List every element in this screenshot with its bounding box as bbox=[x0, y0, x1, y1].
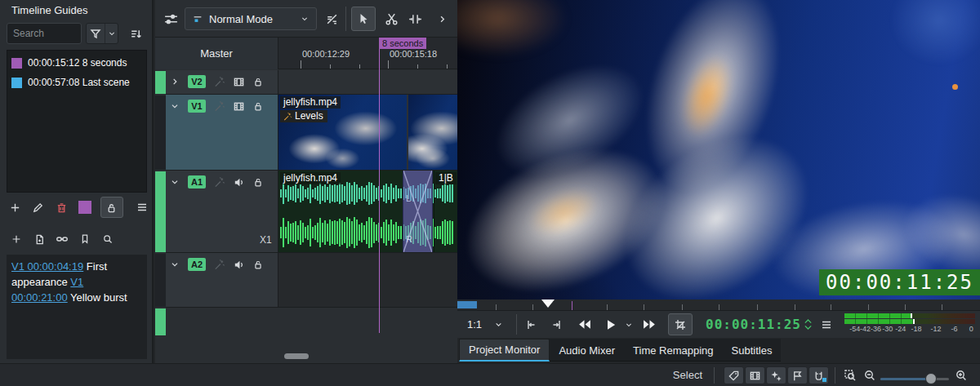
chevron-down-icon[interactable] bbox=[169, 176, 180, 188]
chevron-down-icon[interactable] bbox=[169, 100, 180, 112]
search-notes-button[interactable] bbox=[96, 229, 119, 249]
clip-effect-badge[interactable]: Levels bbox=[280, 110, 327, 122]
track-a2-lane[interactable] bbox=[278, 253, 457, 308]
track-a2[interactable]: A2 bbox=[155, 253, 457, 308]
project-notes[interactable]: V1 00:00:04:19 First appearance V1 00:00… bbox=[7, 255, 147, 359]
playhead-marker[interactable] bbox=[541, 299, 555, 308]
selection-tool-button[interactable] bbox=[351, 7, 376, 31]
show-flags-button[interactable] bbox=[787, 366, 808, 384]
filter-dropdown-arrow[interactable] bbox=[105, 24, 118, 43]
timeline-zoom-slider[interactable] bbox=[880, 378, 949, 380]
track-v2-lane[interactable] bbox=[278, 70, 457, 95]
track-badge[interactable]: A1 bbox=[188, 175, 206, 189]
lock-icon[interactable] bbox=[252, 100, 264, 112]
audio-crossfade-mix[interactable]: L R bbox=[403, 171, 433, 252]
zoom-out-button[interactable] bbox=[861, 367, 879, 384]
guide-marker-flag[interactable]: 8 seconds bbox=[379, 38, 426, 49]
track-header-a1[interactable]: A1 X1 bbox=[166, 171, 278, 253]
track-target-indicator[interactable] bbox=[155, 308, 166, 335]
toolbar-overflow-button[interactable] bbox=[430, 7, 454, 31]
guides-menu-button[interactable] bbox=[130, 197, 154, 218]
effects-wand-icon[interactable] bbox=[213, 76, 225, 88]
note-timecode-link[interactable]: V1 00:00:04:19 bbox=[11, 260, 83, 273]
zone-mode-button[interactable] bbox=[668, 313, 693, 335]
bookmark-note-button[interactable] bbox=[74, 229, 96, 249]
lock-icon[interactable] bbox=[252, 259, 264, 270]
split-audio-video-button[interactable] bbox=[319, 7, 344, 31]
track-header-v1[interactable]: V1 bbox=[166, 95, 278, 171]
goto-zone-in-button[interactable] bbox=[524, 311, 537, 338]
track-badge[interactable]: V1 bbox=[188, 100, 206, 113]
monitor-zoom-selector[interactable]: 1:1 bbox=[467, 311, 482, 338]
chevron-right-icon[interactable] bbox=[169, 76, 180, 87]
zone-bar[interactable] bbox=[457, 301, 477, 308]
tab-time-remapping[interactable]: Time Remapping bbox=[624, 339, 723, 362]
delete-guide-button[interactable] bbox=[50, 197, 74, 218]
track-target-indicator[interactable] bbox=[155, 254, 166, 307]
composite-film-icon[interactable] bbox=[233, 76, 245, 88]
monitor-timecode-field[interactable]: 00:00:11:25 bbox=[706, 311, 801, 338]
effects-wand-icon[interactable] bbox=[213, 100, 225, 113]
effects-wand-icon[interactable] bbox=[213, 176, 225, 189]
guide-filter-button[interactable] bbox=[86, 23, 118, 44]
spacer-tool-button[interactable] bbox=[403, 7, 427, 31]
track-target-indicator[interactable] bbox=[155, 171, 166, 252]
track-target-indicator[interactable] bbox=[155, 95, 166, 170]
lock-guides-button[interactable] bbox=[100, 197, 124, 218]
timeline-settings-button[interactable] bbox=[158, 7, 183, 31]
show-effects-button[interactable] bbox=[766, 366, 786, 384]
guide-item[interactable]: 00:00:57:08 Last scene bbox=[7, 73, 146, 92]
timeline-guide-line[interactable] bbox=[379, 38, 380, 333]
lock-icon[interactable] bbox=[252, 176, 264, 188]
timecode-spinner[interactable] bbox=[804, 311, 813, 338]
funnel-icon[interactable] bbox=[87, 24, 105, 43]
insert-timecode-button[interactable] bbox=[28, 229, 51, 249]
track-a1-lane[interactable]: jellyfish.mp4 1|B L R bbox=[278, 171, 457, 253]
show-thumbnails-button[interactable] bbox=[745, 366, 765, 384]
razor-tool-button[interactable] bbox=[379, 7, 403, 31]
track-v1[interactable]: V1 jellyfish.mp4 Levels bbox=[155, 95, 457, 171]
zoom-fit-button[interactable] bbox=[841, 367, 859, 384]
tab-project-monitor[interactable]: Project Monitor bbox=[459, 339, 550, 362]
edit-mode-selector[interactable]: Normal Mode bbox=[185, 7, 317, 30]
speaker-icon[interactable] bbox=[233, 176, 245, 189]
play-button[interactable] bbox=[604, 311, 617, 338]
add-note-button[interactable] bbox=[5, 229, 28, 249]
fast-forward-button[interactable] bbox=[642, 311, 657, 338]
guide-sort-button[interactable] bbox=[123, 23, 148, 44]
play-dropdown[interactable] bbox=[624, 311, 634, 338]
chevron-down-icon[interactable] bbox=[169, 259, 180, 270]
guide-item[interactable]: 00:00:15:12 8 seconds bbox=[7, 53, 146, 73]
tab-subtitles[interactable]: Subtitles bbox=[723, 339, 782, 362]
guide-search-input[interactable] bbox=[7, 23, 82, 44]
video-clip[interactable] bbox=[408, 95, 457, 170]
composite-film-icon[interactable] bbox=[233, 100, 245, 113]
zoom-in-button[interactable] bbox=[952, 367, 970, 384]
track-badge[interactable]: A2 bbox=[188, 258, 206, 271]
track-target-indicator[interactable] bbox=[155, 71, 166, 94]
video-clip[interactable]: jellyfish.mp4 Levels bbox=[278, 95, 407, 170]
edit-guide-button[interactable] bbox=[27, 197, 51, 218]
track-v1-lane[interactable]: jellyfish.mp4 Levels bbox=[278, 95, 457, 171]
track-a1[interactable]: A1 X1 jellyfish.mp4 1|B L R bbox=[155, 171, 457, 253]
master-track-button[interactable]: Master bbox=[155, 38, 278, 69]
video-preview[interactable]: 00:00:11:25 bbox=[457, 0, 980, 299]
monitor-zoom-dropdown[interactable] bbox=[493, 311, 504, 338]
guide-list[interactable]: 00:00:15:12 8 seconds 00:00:57:08 Last s… bbox=[7, 50, 147, 193]
track-header-v2[interactable]: V2 bbox=[166, 70, 278, 95]
snap-magnet-button[interactable] bbox=[808, 366, 829, 384]
rewind-button[interactable] bbox=[577, 311, 592, 338]
timeline-ruler[interactable]: Master 00:00:12:29 00:00:15:18 8 seconds bbox=[155, 38, 457, 69]
link-note-button[interactable] bbox=[51, 229, 74, 249]
track-v2[interactable]: V2 bbox=[155, 70, 457, 95]
lock-icon[interactable] bbox=[252, 76, 264, 87]
goto-zone-out-button[interactable] bbox=[550, 311, 564, 338]
speaker-icon[interactable] bbox=[233, 259, 245, 271]
effects-wand-icon[interactable] bbox=[213, 259, 225, 271]
guide-category-button[interactable] bbox=[74, 197, 97, 218]
add-guide-button[interactable] bbox=[3, 197, 27, 218]
timeline-horizontal-scrollbar[interactable] bbox=[284, 353, 309, 359]
tab-audio-mixer[interactable]: Audio Mixer bbox=[550, 339, 624, 362]
monitor-seek-ruler[interactable] bbox=[457, 299, 980, 311]
show-markers-button[interactable] bbox=[724, 366, 744, 384]
